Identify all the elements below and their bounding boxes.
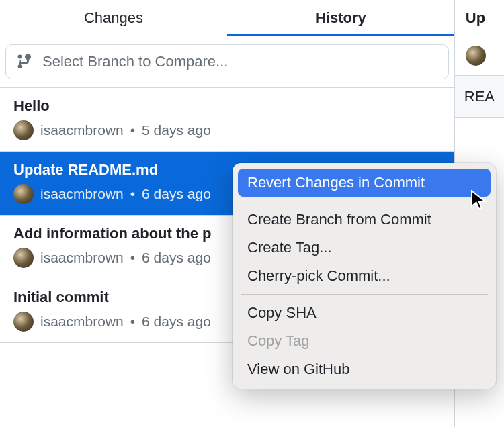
commit-item[interactable]: Hello isaacmbrown • 5 days ago xyxy=(0,88,454,152)
commit-author: isaacmbrown xyxy=(40,122,124,138)
menu-item-label: Copy Tag xyxy=(247,332,310,349)
commit-time: 6 days ago xyxy=(142,186,211,202)
tabs: Changes History xyxy=(0,0,454,36)
avatar xyxy=(13,184,34,204)
menu-divider xyxy=(241,294,488,295)
commit-time: 5 days ago xyxy=(142,122,211,138)
commit-author: isaacmbrown xyxy=(40,314,124,330)
tab-label: Changes xyxy=(84,9,143,27)
menu-item-create-branch[interactable]: Create Branch from Commit xyxy=(238,205,491,234)
menu-item-create-tag[interactable]: Create Tag... xyxy=(238,234,491,262)
file-name: REA xyxy=(464,88,495,105)
avatar xyxy=(13,248,34,268)
context-menu: Revert Changes in Commit Create Branch f… xyxy=(233,163,496,389)
menu-item-cherry-pick[interactable]: Cherry-pick Commit... xyxy=(238,262,491,290)
commit-title: Hello xyxy=(13,97,441,115)
menu-item-view-on-github[interactable]: View on GitHub xyxy=(238,355,491,383)
menu-item-label: Create Branch from Commit xyxy=(247,211,431,228)
tab-changes[interactable]: Changes xyxy=(0,0,227,36)
right-pane-header: Up xyxy=(455,0,504,36)
branch-compare-placeholder: Select Branch to Compare... xyxy=(42,53,228,70)
menu-item-label: Copy SHA xyxy=(247,304,317,321)
avatar xyxy=(13,312,34,332)
branch-compare-select[interactable]: Select Branch to Compare... xyxy=(5,44,449,79)
meta-separator: • xyxy=(130,122,135,138)
avatar xyxy=(13,120,34,140)
menu-item-label: Revert Changes in Commit xyxy=(247,174,425,191)
menu-item-copy-tag: Copy Tag xyxy=(238,327,491,355)
menu-item-label: View on GitHub xyxy=(247,361,349,377)
menu-item-copy-sha[interactable]: Copy SHA xyxy=(238,299,491,327)
right-pane-author-row xyxy=(455,36,504,76)
commit-author: isaacmbrown xyxy=(40,250,124,266)
tab-history[interactable]: History xyxy=(227,0,454,36)
menu-item-label: Cherry-pick Commit... xyxy=(247,267,390,284)
meta-separator: • xyxy=(130,250,135,266)
branch-compare-row: Select Branch to Compare... xyxy=(0,36,454,88)
meta-separator: • xyxy=(130,186,135,202)
commit-time: 6 days ago xyxy=(142,314,211,330)
commit-meta: isaacmbrown • 5 days ago xyxy=(13,120,441,140)
right-pane-title: Up xyxy=(466,9,485,27)
menu-item-label: Create Tag... xyxy=(247,239,332,256)
commit-author: isaacmbrown xyxy=(40,186,124,202)
commit-time: 6 days ago xyxy=(142,250,211,266)
menu-divider xyxy=(241,201,488,201)
git-branch-icon xyxy=(17,53,33,70)
right-pane-file[interactable]: REA xyxy=(455,76,504,118)
tab-label: History xyxy=(315,9,366,27)
menu-item-revert[interactable]: Revert Changes in Commit xyxy=(238,169,491,197)
avatar xyxy=(466,46,486,66)
meta-separator: • xyxy=(130,314,135,330)
